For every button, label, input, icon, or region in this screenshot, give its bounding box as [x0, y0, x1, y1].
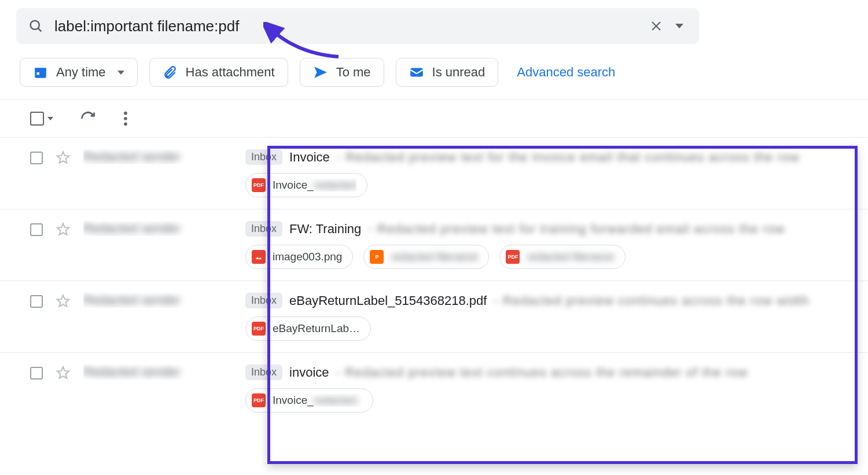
email-row[interactable]: Redacted sender Inbox eBayReturnLabel_51… — [0, 281, 868, 352]
star-button[interactable] — [56, 294, 71, 309]
snippet: - Redacted preview text for the invoice … — [337, 150, 800, 165]
label-inbox[interactable]: Inbox — [245, 293, 282, 308]
attachment-name: redacted filename — [391, 251, 478, 263]
email-row[interactable]: Redacted sender Inbox Invoice - Redacted… — [0, 137, 868, 209]
chip-label: To me — [336, 65, 371, 80]
svg-point-9 — [124, 117, 127, 120]
filter-is-unread[interactable]: Is unread — [396, 58, 499, 87]
attachment-chip[interactable]: PDF redacted filename — [499, 245, 625, 269]
search-icon — [28, 18, 44, 34]
send-icon — [313, 65, 328, 80]
snippet: - Redacted preview continues across the … — [494, 293, 809, 308]
row-checkbox[interactable] — [30, 367, 43, 380]
label-inbox[interactable]: Inbox — [245, 149, 282, 165]
sender: Redacted sender — [83, 364, 245, 380]
chip-label: Has attachment — [186, 65, 275, 80]
checkbox-icon — [30, 112, 44, 126]
email-list: Redacted sender Inbox Invoice - Redacted… — [0, 137, 868, 424]
subject: invoice — [289, 365, 329, 380]
toolbar — [0, 100, 868, 137]
svg-line-1 — [38, 28, 42, 32]
svg-point-10 — [124, 123, 127, 126]
email-row[interactable]: Redacted sender Inbox invoice - Redacted… — [0, 352, 868, 424]
chip-label: Is unread — [432, 65, 486, 80]
select-all-button[interactable] — [30, 112, 53, 126]
pdf-icon: PDF — [252, 178, 266, 192]
caret-down-icon — [47, 117, 53, 120]
refresh-button[interactable] — [80, 111, 96, 127]
star-button[interactable] — [56, 366, 71, 381]
sender: Redacted sender — [83, 221, 245, 236]
close-icon — [649, 19, 663, 33]
clear-search-button[interactable] — [645, 14, 668, 38]
attachment-name: Invoice_redacted . — [273, 394, 362, 407]
pdf-icon: PDF — [506, 250, 520, 264]
attachment-chip[interactable]: PDF Invoice_redacted . — [245, 388, 373, 413]
filter-has-attachment[interactable]: Has attachment — [149, 58, 288, 87]
filter-row: Any time Has attachment To me Is unread … — [0, 44, 868, 100]
attachment-chip[interactable]: PDF Invoice_redacted — [245, 173, 367, 197]
snippet: - Redacted preview text for training for… — [368, 222, 785, 237]
attachment-icon — [163, 65, 178, 80]
label-inbox[interactable]: Inbox — [245, 221, 282, 237]
attachment-name: Invoice_redacted — [273, 179, 356, 192]
sender: Redacted sender — [83, 293, 245, 308]
search-bar — [16, 8, 699, 44]
label-inbox[interactable]: Inbox — [245, 364, 282, 380]
svg-point-8 — [124, 112, 127, 115]
subject: Invoice — [289, 150, 330, 165]
row-checkbox[interactable] — [30, 152, 43, 164]
attachment-chip[interactable]: P redacted filename — [363, 245, 489, 269]
row-checkbox[interactable] — [30, 223, 43, 236]
attachment-name: eBayReturnLab… — [273, 322, 360, 335]
attachment-name: image003.png — [273, 251, 342, 263]
caret-down-icon — [117, 71, 124, 75]
advanced-search-link[interactable]: Advanced search — [517, 65, 615, 80]
svg-rect-6 — [37, 72, 39, 75]
svg-rect-5 — [35, 68, 46, 71]
caret-down-icon — [675, 24, 683, 28]
chip-label: Any time — [56, 65, 106, 80]
snippet: - Redacted preview text continues across… — [336, 365, 748, 380]
svg-point-0 — [31, 21, 39, 30]
attachment-name: redacted filename — [527, 251, 614, 263]
ppt-icon: P — [370, 250, 384, 264]
attachment-chip[interactable]: PDF eBayReturnLab… — [245, 316, 371, 341]
star-button[interactable] — [56, 150, 71, 165]
more-button[interactable] — [123, 111, 128, 127]
search-input[interactable] — [54, 17, 645, 35]
search-options-button[interactable] — [668, 14, 691, 38]
image-icon — [252, 250, 266, 264]
star-button[interactable] — [56, 222, 71, 237]
pdf-icon: PDF — [252, 322, 266, 336]
mail-icon — [409, 65, 424, 80]
svg-rect-7 — [410, 68, 423, 76]
filter-to-me[interactable]: To me — [300, 58, 384, 87]
sender: Redacted sender — [83, 149, 245, 164]
calendar-icon — [33, 65, 48, 80]
filter-any-time[interactable]: Any time — [20, 58, 138, 87]
subject: eBayReturnLabel_5154368218.pdf — [289, 293, 487, 308]
email-row[interactable]: Redacted sender Inbox FW: Training - Red… — [0, 209, 868, 281]
attachment-chip[interactable]: image003.png — [245, 245, 353, 269]
row-checkbox[interactable] — [30, 295, 43, 308]
pdf-icon: PDF — [252, 393, 266, 407]
subject: FW: Training — [289, 222, 361, 237]
